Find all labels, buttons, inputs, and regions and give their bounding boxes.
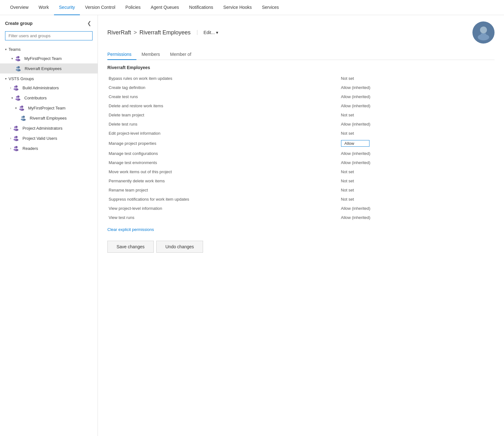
edit-dropdown: Edit... ▾ [197,30,219,35]
permission-value: Not set [340,195,495,204]
svg-point-15 [15,98,18,100]
nav-item-agent-queues[interactable]: Agent Queues [146,0,184,15]
permission-row: Bypass rules on work item updatesNot set [107,74,495,83]
myfirstproject-team-header[interactable]: ▾ MyFirstProject Team [0,53,98,63]
permission-name: Create test runs [107,92,340,101]
nav-item-work[interactable]: Work [33,0,54,15]
filter-input[interactable] [5,31,93,40]
nav-item-version-control[interactable]: Version Control [80,0,120,15]
contributors-myfirstproject-icon [19,104,26,111]
teams-label: Teams [9,47,21,52]
blue-group-icon [15,65,22,72]
contributors-label: Contributors [24,96,47,100]
project-valid-users-item[interactable]: › Project Valid Users [0,133,98,143]
permissions-tabs: Permissions Members Member of [107,49,495,60]
save-changes-button[interactable]: Save changes [107,241,154,253]
nav-item-notifications[interactable]: Notifications [184,0,218,15]
permission-value: Allow (inherited) [340,213,495,222]
contributors-myfirstproject-chevron-icon: ▾ [15,106,17,110]
svg-point-30 [14,137,16,138]
permission-value: Allow (inherited) [340,92,495,101]
contributors-riverraft-item[interactable]: Riverraft Employees [0,113,98,123]
contributors-header[interactable]: ▾ Contributors [0,93,98,103]
svg-point-18 [20,106,21,108]
nav-item-security[interactable]: Security [54,0,80,15]
breadcrumb: RiverRaft > Riverraft Employees [107,29,191,36]
permission-value-box[interactable]: Allow [341,140,369,147]
breadcrumb-project: RiverRaft [107,29,131,36]
nav-item-service-hooks[interactable]: Service Hooks [218,0,257,15]
sidebar: Create group ❮ ▾ Teams ▾ [0,15,98,436]
readers-item[interactable]: › Readers [0,143,98,153]
permission-row: Manage test environmentsAllow (inherited… [107,158,495,167]
build-admins-group-icon [13,84,20,91]
contributors-myfirstproject-item[interactable]: ▾ MyFirstProject Team [0,103,98,113]
permission-name: View test runs [107,213,340,222]
permission-name: Manage test configurations [107,149,340,158]
svg-point-35 [14,149,16,151]
permission-row: Move work items out of this projectNot s… [107,167,495,176]
permission-value: Not set [340,176,495,186]
permission-name: Suppress notifications for work item upd… [107,195,340,204]
collapse-sidebar-button[interactable]: ❮ [86,20,93,27]
permission-name: View project-level information [107,204,340,213]
svg-point-14 [16,96,18,98]
build-admins-item[interactable]: › Build Administrators [0,83,98,93]
project-admins-item[interactable]: › Project Administrators [0,123,98,133]
permission-row: Edit project-level informationNot set [107,129,495,138]
svg-point-34 [14,147,16,149]
permission-row: Create test runsAllow (inherited) [107,92,495,101]
purple-group-icon [15,55,22,62]
vsts-chevron-icon: ▾ [5,77,7,80]
permission-value: Allow (inherited) [340,149,495,158]
bottom-buttons: Save changes Undo changes [107,241,495,253]
undo-changes-button[interactable]: Undo changes [156,241,203,253]
contributors-riverraft-label: Riverraft Employees [30,116,67,121]
project-admins-chevron-icon: › [10,127,11,130]
svg-point-27 [14,129,16,131]
content-header: RiverRaft > Riverraft Employees Edit... … [107,21,495,44]
tab-permissions[interactable]: Permissions [107,49,136,60]
project-valid-users-label: Project Valid Users [22,136,57,141]
permission-row: Rename team projectNot set [107,186,495,195]
permission-value: Not set [340,74,495,83]
riverraft-employees-item[interactable]: Riverraft Employees [0,63,98,74]
permission-value: Allow (inherited) [340,158,495,167]
svg-point-23 [21,119,24,121]
teams-section-header[interactable]: ▾ Teams [0,45,98,53]
contributors-group-icon [15,94,22,101]
tab-member-of[interactable]: Member of [170,49,196,60]
clear-explicit-permissions-link[interactable]: Clear explicit permissions [107,227,154,232]
svg-point-31 [14,139,16,141]
avatar-person-icon [476,25,491,40]
svg-point-10 [14,86,16,88]
vsts-groups-section-header[interactable]: ▾ VSTS Groups [0,75,98,83]
permission-value: Allow (inherited) [340,83,495,92]
readers-group-icon [13,145,20,152]
permission-value: Allow (inherited) [340,101,495,110]
permission-row: View project-level informationAllow (inh… [107,204,495,213]
permission-value[interactable]: Allow [340,138,495,149]
myfirstproject-chevron-icon: ▾ [11,57,13,60]
permission-name: Move work items out of this project [107,167,340,176]
svg-point-36 [480,27,487,33]
nav-item-overview[interactable]: Overview [5,0,33,15]
svg-point-6 [16,67,18,69]
svg-point-19 [19,109,22,110]
readers-label: Readers [22,146,38,151]
permission-value: Allow (inherited) [340,204,495,213]
nav-item-services[interactable]: Services [257,0,284,15]
content-area: RiverRaft > Riverraft Employees Edit... … [98,15,504,436]
project-admins-label: Project Administrators [22,126,62,131]
permission-name: Delete test runs [107,120,340,129]
edit-button[interactable]: Edit... ▾ [204,30,219,35]
tab-members[interactable]: Members [141,49,165,60]
permission-name: Create tag definition [107,83,340,92]
svg-point-2 [16,57,18,59]
svg-point-11 [14,88,16,90]
permission-row: Manage project propertiesAllow [107,138,495,149]
permission-name: Permanently delete work items [107,176,340,186]
avatar [472,21,495,44]
nav-item-policies[interactable]: Policies [120,0,146,15]
permission-value: Not set [340,110,495,120]
